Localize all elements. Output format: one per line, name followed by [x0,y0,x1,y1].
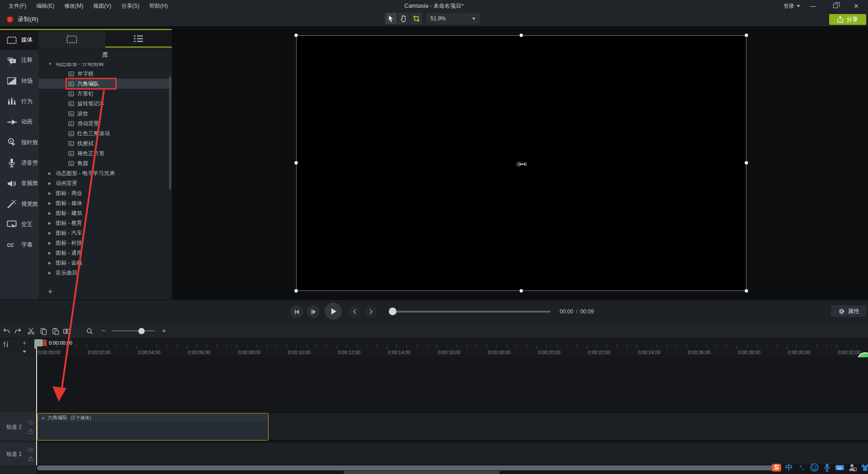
playhead-out-marker[interactable] [43,340,47,346]
canvas-handle-bottom-mid[interactable] [519,289,524,293]
canvas-handle-top-left[interactable] [294,33,298,38]
library-item[interactable]: 褪色正方形 [38,148,172,158]
cut-button[interactable] [25,327,36,336]
split-button[interactable] [61,327,72,336]
add-track-button[interactable]: + [20,340,28,346]
tab-library[interactable] [105,31,172,47]
sidebar-item-cursor-effects[interactable]: 指针效果 [0,132,38,152]
restore-button[interactable] [826,0,845,12]
sidebar-item-visual-effects[interactable]: 视觉效果 [0,194,38,214]
library-group[interactable]: ▶图标 - 科技 [38,238,172,248]
caret-collapsed-icon[interactable]: ▶ [48,181,56,185]
lock-icon[interactable] [28,429,33,434]
sidebar-item-interactivity[interactable]: 交互 [0,214,38,235]
user-skin-icon[interactable] [847,462,858,473]
sidebar-item-audio-effects[interactable]: 音频效果 [0,173,38,194]
library-group[interactable]: ▶动画背景 [38,178,172,188]
emoji-icon[interactable] [809,462,820,473]
library-group[interactable]: ▶动态图形 - 电子学习兄弟 [38,168,172,178]
track-1-header[interactable]: 轨道 1 [0,442,37,465]
timeline-zoom-thumb[interactable] [138,328,145,334]
play-button[interactable] [325,303,342,320]
canvas-handle-bottom-right[interactable] [745,289,749,293]
record-button[interactable]: 录制(R) [3,14,42,25]
sidebar-item-transitions[interactable]: 转场 [0,71,38,91]
rotation-grip-handle[interactable] [524,163,527,166]
pan-tool-button[interactable] [398,13,410,24]
sogou-icon[interactable] [771,462,782,473]
library-item[interactable]: 角圆 [38,158,172,168]
library-group[interactable]: ▶图标 - 商业 [38,188,172,198]
timeline-ruler[interactable]: 0:00:00;000:00:02;000:00:04;000:00:06;00… [37,338,868,357]
track-1-lane[interactable] [37,442,868,465]
track-mixer-icon[interactable] [3,341,9,348]
lock-icon[interactable] [28,456,33,461]
chinese-mode-icon[interactable]: 中 [784,462,794,473]
library-item[interactable]: 滑动背景 [38,118,172,128]
tab-media-bin[interactable] [38,31,105,47]
menu-item[interactable]: 修改(M) [59,2,88,10]
timeline-search-button[interactable] [84,327,95,336]
previous-frame-button[interactable] [290,305,303,318]
sidebar-item-behaviors[interactable]: 行为 [0,91,38,112]
library-item[interactable]: 线擦拭 [38,138,172,148]
playhead-line[interactable] [36,347,37,465]
sidebar-item-voice-narration[interactable]: 语音旁白 [0,153,38,173]
canvas-handle-top-mid[interactable] [519,33,524,38]
timeline-zoom-in-button[interactable]: + [160,327,169,334]
tray-mic-icon[interactable] [822,462,832,473]
eye-icon[interactable] [28,448,34,452]
track-2-header[interactable]: 轨道 2 [0,412,37,441]
library-group[interactable]: ▶图标 - 金融 [38,258,172,268]
library-item[interactable]: 方形钉 [38,89,172,99]
seek-thumb[interactable] [389,308,396,315]
properties-button[interactable]: 属性 [831,305,866,317]
minimize-button[interactable]: — [803,0,823,12]
playhead-marker[interactable] [34,339,43,346]
redo-button[interactable] [12,327,23,336]
crop-tool-button[interactable] [410,13,422,24]
menu-item[interactable]: 分享(S) [116,2,144,10]
clip-expand-icon[interactable]: + [42,415,44,421]
canvas-handle-mid-right[interactable] [745,161,749,165]
menu-item[interactable]: 帮助(H) [144,2,173,10]
shirt-icon[interactable] [860,462,868,473]
caret-collapsed-icon[interactable]: ▶ [48,201,56,205]
menu-item[interactable]: 文件(F) [4,2,31,10]
caret-collapsed-icon[interactable]: ▶ [48,191,56,195]
library-item[interactable]: 红色三角滚动 [38,128,172,138]
copy-button[interactable] [38,327,49,336]
sidebar-item-captions[interactable]: CC字幕 [0,235,38,255]
caret-collapsed-icon[interactable]: ▶ [48,231,56,235]
library-group[interactable]: ▶音乐曲目 [38,268,172,278]
preview-canvas[interactable] [296,35,746,291]
caret-collapsed-icon[interactable]: ▶ [48,251,56,255]
sidebar-item-media[interactable]: 媒体 [0,30,38,50]
library-item[interactable]: 波纹 [38,109,172,118]
library-group[interactable]: ▶图标 - 教育 [38,218,172,228]
menu-item[interactable]: 视图(V) [88,2,116,10]
library-scrollbar[interactable] [169,76,171,189]
caret-collapsed-icon[interactable]: ▶ [48,221,56,225]
caret-collapsed-icon[interactable]: ▶ [48,171,56,175]
sidebar-item-annotations[interactable]: a注释 [0,50,38,71]
caret-collapsed-icon[interactable]: ▶ [48,211,56,215]
rotation-anchor-handle[interactable] [517,162,521,166]
caret-collapsed-icon[interactable]: ▶ [48,241,56,245]
canvas-zoom-dropdown[interactable]: 51.9% [426,13,480,24]
timeline-zoom-out-button[interactable]: − [99,327,108,334]
library-group[interactable]: ▼动态图形 - 介绍剪辑 [38,63,172,69]
menu-item[interactable]: 编辑(E) [31,2,59,10]
previous-marker-button[interactable] [349,306,360,318]
library-add-button[interactable]: + [44,286,56,297]
step-forward-button[interactable] [307,305,320,318]
keyboard-icon[interactable] [835,462,845,473]
library-group[interactable]: ▶图标 - 汽车 [38,228,172,238]
caret-expanded-icon[interactable]: ▼ [48,63,56,66]
sidebar-item-animations[interactable]: 动画 [0,112,38,132]
canvas-handle-top-right[interactable] [745,33,749,38]
library-group[interactable]: ▶图标 - 建筑 [38,208,172,218]
timeline-horizontal-scrollbar[interactable] [37,465,773,470]
caret-collapsed-icon[interactable]: ▶ [48,271,56,275]
share-button[interactable]: 分享 [829,14,866,25]
